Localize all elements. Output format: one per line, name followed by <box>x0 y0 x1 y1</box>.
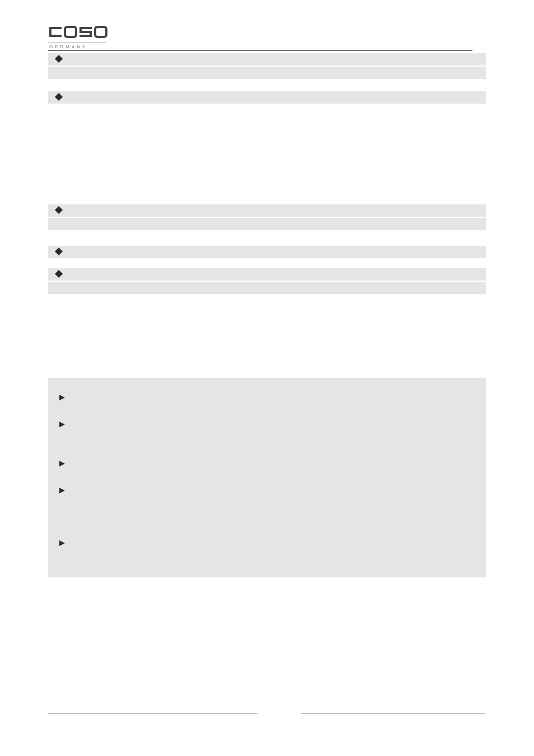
logo-divider <box>48 43 106 43</box>
list-item <box>54 418 480 431</box>
list-item <box>54 458 480 470</box>
brand-subtitle: GERMANY <box>48 44 486 49</box>
list-item <box>48 91 486 104</box>
list-item <box>54 484 480 497</box>
caso-logo-icon <box>48 25 107 39</box>
list-item <box>54 537 480 549</box>
triangle-bullet-icon <box>59 488 65 493</box>
diamond-bullet-icon <box>55 93 63 101</box>
header-divider <box>48 50 472 51</box>
diamond-bullet-icon <box>55 55 63 63</box>
list-item-continuation <box>48 218 486 230</box>
diamond-bullet-icon <box>55 206 63 214</box>
triangle-bullet-icon <box>59 422 65 427</box>
footer-divider-right <box>301 713 485 713</box>
triangle-bullet-icon <box>59 540 65 546</box>
page-container: GERMANY <box>0 0 534 756</box>
list-item-continuation <box>48 282 486 294</box>
list-item <box>48 53 486 66</box>
content-area <box>48 53 486 577</box>
footer-divider-left <box>48 713 257 713</box>
brand-logo: GERMANY <box>48 25 486 49</box>
list-item <box>54 391 480 404</box>
triangle-bullet-icon <box>59 395 65 400</box>
diamond-bullet-icon <box>55 248 63 255</box>
footer-divider <box>48 713 485 713</box>
lower-list-section <box>48 378 486 577</box>
list-item <box>48 204 486 217</box>
triangle-bullet-icon <box>59 461 65 466</box>
list-item <box>48 246 486 258</box>
list-item <box>48 268 486 281</box>
svg-rect-1 <box>95 27 106 37</box>
svg-rect-0 <box>65 27 76 37</box>
diamond-bullet-icon <box>55 270 63 278</box>
list-item-continuation <box>48 67 486 79</box>
